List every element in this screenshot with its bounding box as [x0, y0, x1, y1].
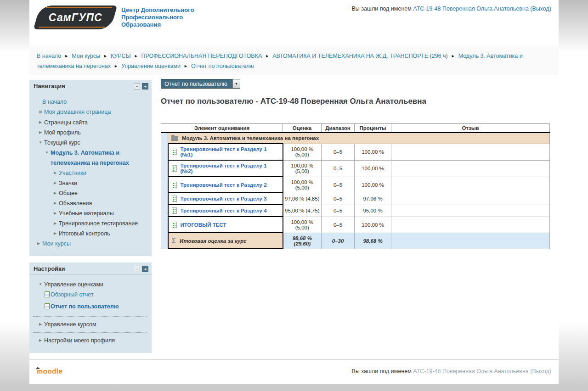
nav-item-announcements[interactable]: ▶ Объявления — [32, 198, 149, 208]
breadcrumb-item-user-report[interactable]: Отчет по пользователю — [191, 63, 254, 69]
nav-item-module3[interactable]: ▼ Модуль 3. Автоматика и телемеханика на… — [32, 148, 149, 168]
samgups-logo-icon: СамГУПС — [34, 6, 118, 29]
moodle-logo[interactable]: moodle — [37, 367, 62, 375]
total-grade-cell: 98,68 % (29,60) — [283, 233, 322, 249]
logout-link[interactable]: (Выход) — [530, 368, 551, 374]
total-feedback-cell — [391, 233, 550, 249]
chevron-right-icon[interactable]: ▶ — [51, 188, 59, 198]
settings-item-my-profile-settings[interactable]: ▶ Настройки моего профиля — [32, 335, 149, 346]
breadcrumb-item-home[interactable]: В начало — [37, 53, 61, 59]
grade-item-link[interactable]: Тренировочный тест к Разделу 2 — [181, 182, 267, 188]
navigation-tree: В начало Моя домашняя страница ▶ Страниц… — [29, 92, 152, 256]
grade-item-link[interactable]: Тренировочный тест к Разделу 4 — [181, 208, 267, 213]
nav-item-materials[interactable]: ▶ Учебные материалы — [32, 208, 149, 218]
nav-item-my-profile[interactable]: ▶ Мой профиль — [32, 128, 149, 138]
table-row: Тренировочный тест к Разделу 3 97,06 % (… — [161, 193, 550, 205]
nav-item-home[interactable]: В начало — [32, 97, 149, 107]
feedback-cell — [391, 205, 550, 217]
logged-in-user-link[interactable]: АТС-19-48 Поверенная Ольга Анатольевна — [413, 6, 528, 12]
report-grid-icon — [43, 290, 51, 302]
chevron-right-icon[interactable]: ▶ — [51, 178, 59, 188]
chevron-right-icon[interactable]: ▶ — [35, 239, 42, 249]
login-prefix: Вы зашли под именем — [351, 368, 411, 374]
nav-item-dashboard[interactable]: Моя домашняя страница — [32, 107, 149, 117]
grade-item-link[interactable]: Тренировочный тест к Разделу 3 — [181, 196, 267, 201]
nav-item-badges[interactable]: ▶ Значки — [32, 178, 149, 188]
dock-block-icon[interactable]: ◂ — [142, 266, 148, 272]
breadcrumb-separator-icon: ► — [265, 54, 269, 58]
feedback-cell — [391, 177, 550, 193]
chevron-right-icon[interactable]: ▶ — [37, 335, 44, 346]
nav-item-current-course[interactable]: ▼ Текущий курс — [32, 138, 149, 148]
nav-item-general[interactable]: ▶ Общее — [32, 188, 149, 198]
chevron-right-icon[interactable]: ▶ — [51, 168, 59, 178]
chevron-right-icon[interactable]: ▶ — [37, 128, 44, 138]
settings-item-grade-administration[interactable]: ▼ Управление оценками — [32, 279, 149, 290]
select-dropdown-arrow-icon[interactable]: ▼ — [232, 79, 240, 88]
nav-item-site-pages[interactable]: ▶ Страницы сайта — [32, 117, 149, 128]
nav-item-training-tests[interactable]: ▶ Тренировочное тестирование — [32, 218, 149, 229]
breadcrumb-item-grades[interactable]: Управление оценками — [121, 63, 181, 69]
course-total-row: Σ Итоговая оценка за курс 98,68 % (29,60… — [161, 233, 550, 249]
course-total-label: Итоговая оценка за курс — [180, 238, 247, 244]
percent-cell: 100,00 % — [355, 217, 391, 233]
category-gutter — [161, 133, 168, 249]
page-wrapper: СамГУПС Центр Дополнительного Профессион… — [29, 0, 559, 384]
chevron-down-icon[interactable]: ▼ — [37, 279, 44, 290]
feedback-cell — [391, 160, 550, 177]
grade-report-table: Элемент оценивания Оценка Диапазон Проце… — [161, 123, 550, 249]
breadcrumb-item-program[interactable]: ПРОФЕССИОНАЛЬНАЯ ПЕРЕПОДГОТОВКА — [141, 53, 262, 59]
range-cell: 0–5 — [322, 217, 355, 233]
settings-item-course-administration[interactable]: ▶ Управление курсом — [32, 319, 149, 330]
minimize-block-icon[interactable]: − — [134, 266, 140, 272]
chevron-down-icon[interactable]: ▼ — [37, 138, 44, 148]
chevron-down-icon[interactable]: ▼ — [43, 148, 51, 158]
nav-item-final-control[interactable]: ▶ Итоговый контроль — [32, 229, 149, 239]
settings-item-grader-report[interactable]: Обзорный отчет — [32, 290, 149, 302]
feedback-cell — [391, 217, 550, 233]
chevron-right-icon[interactable]: ▶ — [51, 208, 59, 218]
total-range-cell: 0–30 — [322, 233, 355, 249]
breadcrumb-separator-icon: ► — [184, 64, 188, 68]
site-logo[interactable]: СамГУПС Центр Дополнительного Профессион… — [37, 6, 202, 29]
grade-item-link[interactable]: ИТОГОВЫЙ ТЕСТ — [181, 222, 226, 228]
percent-cell: 97,06 % — [355, 193, 391, 205]
breadcrumb-item-course[interactable]: АВТОМАТИКА И ТЕЛЕМЕХАНИКА НА Ж.Д. ТРАНСП… — [272, 53, 448, 59]
range-cell: 0–5 — [322, 205, 355, 217]
minimize-block-icon[interactable]: − — [134, 83, 140, 89]
chevron-right-icon[interactable]: ▶ — [37, 117, 44, 128]
chevron-right-icon[interactable]: ▶ — [51, 229, 59, 239]
settings-tree: ▼ Управление оценками Обзорный отчет Отч… — [29, 275, 152, 353]
grade-cell: 95,00 % (4,75) — [283, 205, 322, 217]
nav-item-participants[interactable]: ▶ Участники — [32, 168, 149, 178]
column-header-feedback: Отзыв — [391, 124, 550, 133]
report-type-select[interactable]: Отчет по пользователю ▼ — [161, 79, 240, 89]
nav-item-my-courses[interactable]: ▶ Мои курсы — [32, 239, 149, 249]
grade-item-link[interactable]: Тренировочный тест к Разделу 1 (№1) — [181, 146, 279, 157]
breadcrumb-separator-icon: ► — [114, 64, 118, 68]
column-header-range: Диапазон — [322, 124, 355, 133]
table-header-row: Элемент оценивания Оценка Диапазон Проце… — [161, 124, 550, 133]
logout-link[interactable]: (Выход) — [530, 6, 551, 12]
chevron-right-icon[interactable]: ▶ — [37, 319, 44, 330]
range-cell: 0–5 — [322, 160, 355, 177]
navigation-block: Навигация − ◂ В начало Моя домашняя стра… — [29, 80, 152, 256]
breadcrumb-item-courses[interactable]: КУРСЫ — [111, 53, 131, 59]
table-row: Тренировочный тест к Разделу 1 (№1) 100,… — [161, 144, 550, 160]
feedback-cell — [391, 193, 550, 205]
page-title: Отчет по пользователю - АТС-19-48 Повере… — [161, 97, 550, 106]
settings-item-user-report[interactable]: Отчет по пользователю — [32, 302, 149, 313]
quiz-icon — [172, 222, 177, 228]
dock-block-icon[interactable]: ◂ — [142, 83, 148, 89]
breadcrumb-separator-icon: ► — [134, 54, 138, 58]
site-footer: moodle Вы зашли под именем АТС-19-48 Пов… — [29, 359, 559, 384]
logged-in-user-link[interactable]: АТС-19-48 Поверенная Ольга Анатольевна — [413, 368, 528, 374]
percent-cell: 100,00 % — [355, 144, 391, 160]
range-cell: 0–5 — [322, 193, 355, 205]
grade-item-link[interactable]: Тренировочный тест к Разделу 1 (№2) — [181, 163, 279, 174]
breadcrumb-separator-icon: ► — [103, 54, 107, 58]
report-grid-icon — [43, 302, 51, 313]
breadcrumb-item-my-courses[interactable]: Мои курсы — [72, 53, 100, 59]
chevron-right-icon[interactable]: ▶ — [51, 198, 59, 208]
chevron-right-icon[interactable]: ▶ — [51, 218, 59, 229]
